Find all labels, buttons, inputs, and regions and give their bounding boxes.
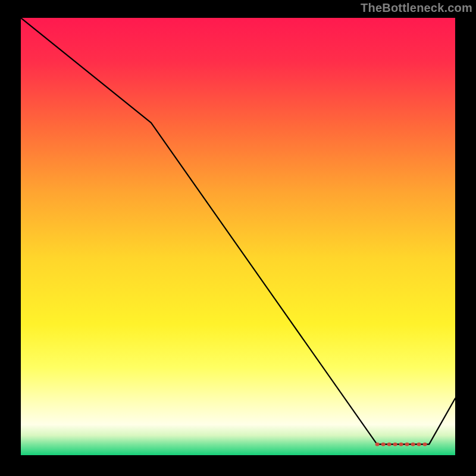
chart-frame: TheBottleneck.com: [0, 0, 476, 476]
plot-area: [21, 18, 455, 455]
chart-svg: [21, 18, 455, 455]
attribution-label: TheBottleneck.com: [361, 1, 472, 15]
gradient-background: [21, 18, 455, 455]
